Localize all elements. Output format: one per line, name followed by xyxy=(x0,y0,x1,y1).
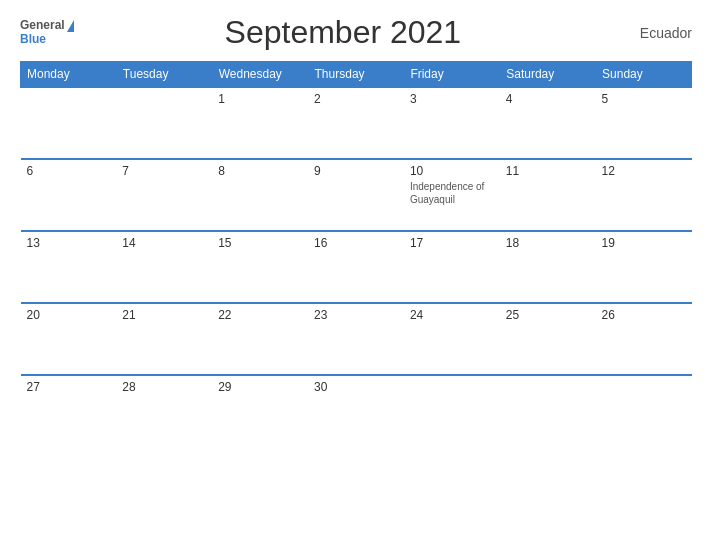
day-cell: 14 xyxy=(116,231,212,303)
day-cell: 11 xyxy=(500,159,596,231)
day-cell: 10Independence of Guayaquil xyxy=(404,159,500,231)
day-cell xyxy=(596,375,692,447)
day-cell: 21 xyxy=(116,303,212,375)
calendar-header: General Blue September 2021 Ecuador xyxy=(20,10,692,55)
day-number: 4 xyxy=(506,92,590,106)
day-cell xyxy=(404,375,500,447)
day-number: 19 xyxy=(602,236,686,250)
day-cell: 16 xyxy=(308,231,404,303)
day-number: 29 xyxy=(218,380,302,394)
day-number: 22 xyxy=(218,308,302,322)
day-number: 25 xyxy=(506,308,590,322)
day-number: 24 xyxy=(410,308,494,322)
day-number: 8 xyxy=(218,164,302,178)
day-cell: 25 xyxy=(500,303,596,375)
day-number: 23 xyxy=(314,308,398,322)
calendar-table: MondayTuesdayWednesdayThursdayFridaySatu… xyxy=(20,61,692,447)
day-number: 26 xyxy=(602,308,686,322)
day-number: 5 xyxy=(602,92,686,106)
day-cell xyxy=(21,87,117,159)
day-cell: 27 xyxy=(21,375,117,447)
weekday-header-sunday: Sunday xyxy=(596,62,692,88)
weekday-header-monday: Monday xyxy=(21,62,117,88)
logo-triangle-icon xyxy=(67,20,74,32)
day-number: 1 xyxy=(218,92,302,106)
day-number: 12 xyxy=(602,164,686,178)
day-cell: 26 xyxy=(596,303,692,375)
day-cell: 18 xyxy=(500,231,596,303)
weekday-header-row: MondayTuesdayWednesdayThursdayFridaySatu… xyxy=(21,62,692,88)
logo: General Blue xyxy=(20,19,74,45)
day-number: 18 xyxy=(506,236,590,250)
day-cell xyxy=(500,375,596,447)
week-row-2: 678910Independence of Guayaquil1112 xyxy=(21,159,692,231)
holiday-name: Independence of Guayaquil xyxy=(410,180,494,206)
day-cell: 4 xyxy=(500,87,596,159)
day-number: 13 xyxy=(27,236,111,250)
day-number: 27 xyxy=(27,380,111,394)
weekday-header-wednesday: Wednesday xyxy=(212,62,308,88)
day-number: 9 xyxy=(314,164,398,178)
day-cell: 5 xyxy=(596,87,692,159)
day-number: 21 xyxy=(122,308,206,322)
calendar-container: General Blue September 2021 Ecuador Mond… xyxy=(0,0,712,550)
day-cell: 6 xyxy=(21,159,117,231)
day-cell: 8 xyxy=(212,159,308,231)
day-number: 10 xyxy=(410,164,494,178)
weekday-header-thursday: Thursday xyxy=(308,62,404,88)
day-number: 14 xyxy=(122,236,206,250)
day-number: 7 xyxy=(122,164,206,178)
country-label: Ecuador xyxy=(612,25,692,41)
day-cell: 3 xyxy=(404,87,500,159)
day-number: 20 xyxy=(27,308,111,322)
day-number: 6 xyxy=(27,164,111,178)
logo-general-text: General xyxy=(20,19,65,32)
week-row-4: 20212223242526 xyxy=(21,303,692,375)
week-row-1: 12345 xyxy=(21,87,692,159)
day-number: 15 xyxy=(218,236,302,250)
day-number: 2 xyxy=(314,92,398,106)
day-cell: 28 xyxy=(116,375,212,447)
day-number: 11 xyxy=(506,164,590,178)
weekday-header-saturday: Saturday xyxy=(500,62,596,88)
day-cell: 30 xyxy=(308,375,404,447)
calendar-title: September 2021 xyxy=(74,14,612,51)
day-cell: 13 xyxy=(21,231,117,303)
day-cell: 9 xyxy=(308,159,404,231)
week-row-5: 27282930 xyxy=(21,375,692,447)
day-cell: 12 xyxy=(596,159,692,231)
day-cell: 29 xyxy=(212,375,308,447)
day-cell: 23 xyxy=(308,303,404,375)
day-cell: 20 xyxy=(21,303,117,375)
day-cell: 17 xyxy=(404,231,500,303)
logo-blue-text: Blue xyxy=(20,33,74,46)
day-cell: 7 xyxy=(116,159,212,231)
weekday-header-friday: Friday xyxy=(404,62,500,88)
day-cell: 15 xyxy=(212,231,308,303)
day-cell: 1 xyxy=(212,87,308,159)
day-cell: 2 xyxy=(308,87,404,159)
day-cell: 24 xyxy=(404,303,500,375)
day-number: 16 xyxy=(314,236,398,250)
day-number: 28 xyxy=(122,380,206,394)
day-cell xyxy=(116,87,212,159)
day-cell: 19 xyxy=(596,231,692,303)
weekday-header-tuesday: Tuesday xyxy=(116,62,212,88)
day-number: 17 xyxy=(410,236,494,250)
day-cell: 22 xyxy=(212,303,308,375)
week-row-3: 13141516171819 xyxy=(21,231,692,303)
day-number: 30 xyxy=(314,380,398,394)
day-number: 3 xyxy=(410,92,494,106)
